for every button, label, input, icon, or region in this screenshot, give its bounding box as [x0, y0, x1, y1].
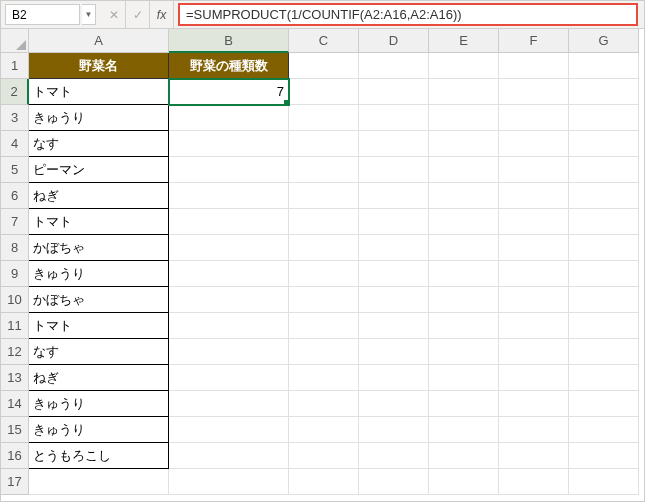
cell[interactable]	[569, 79, 639, 105]
cell[interactable]: きゅうり	[29, 105, 169, 131]
cell[interactable]	[429, 157, 499, 183]
cell[interactable]	[569, 391, 639, 417]
row-header[interactable]: 10	[1, 287, 29, 313]
col-header-b[interactable]: B	[169, 29, 289, 53]
cell[interactable]	[289, 339, 359, 365]
select-all-corner[interactable]	[1, 29, 29, 53]
cell[interactable]	[429, 339, 499, 365]
cell[interactable]	[289, 131, 359, 157]
cell[interactable]	[359, 339, 429, 365]
cell[interactable]	[429, 417, 499, 443]
col-header-f[interactable]: F	[499, 29, 569, 53]
cell[interactable]	[289, 443, 359, 469]
cell[interactable]	[169, 209, 289, 235]
row-header[interactable]: 15	[1, 417, 29, 443]
row-header[interactable]: 6	[1, 183, 29, 209]
cell[interactable]	[359, 183, 429, 209]
cell[interactable]	[499, 339, 569, 365]
header-cell-a[interactable]: 野菜名	[29, 53, 169, 79]
cell[interactable]	[359, 365, 429, 391]
cell[interactable]	[289, 261, 359, 287]
cell[interactable]	[289, 313, 359, 339]
cell[interactable]	[499, 469, 569, 495]
row-header[interactable]: 13	[1, 365, 29, 391]
cell[interactable]: とうもろこし	[29, 443, 169, 469]
cell[interactable]	[359, 235, 429, 261]
cell[interactable]	[169, 287, 289, 313]
cell[interactable]	[359, 443, 429, 469]
cell[interactable]	[429, 79, 499, 105]
row-header[interactable]: 12	[1, 339, 29, 365]
cell[interactable]: かぼちゃ	[29, 287, 169, 313]
cell[interactable]	[429, 365, 499, 391]
cell[interactable]	[429, 209, 499, 235]
cell[interactable]	[169, 443, 289, 469]
cell[interactable]	[499, 365, 569, 391]
cell[interactable]	[169, 391, 289, 417]
row-header[interactable]: 4	[1, 131, 29, 157]
cell[interactable]	[499, 157, 569, 183]
cell[interactable]	[359, 313, 429, 339]
cell[interactable]: かぼちゃ	[29, 235, 169, 261]
cell[interactable]	[359, 157, 429, 183]
cell[interactable]	[359, 79, 429, 105]
cell[interactable]	[169, 469, 289, 495]
cell[interactable]	[429, 235, 499, 261]
row-header[interactable]: 1	[1, 53, 29, 79]
col-header-e[interactable]: E	[429, 29, 499, 53]
cell[interactable]	[429, 287, 499, 313]
cell[interactable]	[289, 391, 359, 417]
cell[interactable]: トマト	[29, 79, 169, 105]
cell[interactable]	[499, 443, 569, 469]
row-header[interactable]: 5	[1, 157, 29, 183]
row-header[interactable]: 16	[1, 443, 29, 469]
cell[interactable]	[499, 79, 569, 105]
cell[interactable]	[289, 209, 359, 235]
cell[interactable]	[569, 209, 639, 235]
cell[interactable]	[429, 391, 499, 417]
cell[interactable]	[429, 443, 499, 469]
row-header[interactable]: 14	[1, 391, 29, 417]
row-header[interactable]: 7	[1, 209, 29, 235]
cell[interactable]	[289, 53, 359, 79]
cell[interactable]	[429, 261, 499, 287]
cell[interactable]	[169, 261, 289, 287]
fx-icon[interactable]: fx	[150, 1, 174, 28]
cell[interactable]	[569, 287, 639, 313]
cell[interactable]	[359, 261, 429, 287]
cell[interactable]	[169, 131, 289, 157]
cell[interactable]	[499, 105, 569, 131]
cell[interactable]	[169, 105, 289, 131]
cell[interactable]	[169, 235, 289, 261]
cell[interactable]	[289, 469, 359, 495]
cell[interactable]	[569, 53, 639, 79]
cell[interactable]	[569, 105, 639, 131]
cell[interactable]	[289, 417, 359, 443]
formula-input[interactable]: =SUMPRODUCT(1/COUNTIF(A2:A16,A2:A16))	[178, 3, 638, 26]
cell[interactable]	[359, 391, 429, 417]
cell[interactable]	[169, 183, 289, 209]
row-header[interactable]: 3	[1, 105, 29, 131]
cell[interactable]	[289, 157, 359, 183]
cell[interactable]	[289, 183, 359, 209]
header-cell-b[interactable]: 野菜の種類数	[169, 53, 289, 79]
row-header[interactable]: 11	[1, 313, 29, 339]
cell[interactable]	[289, 365, 359, 391]
cell[interactable]	[289, 287, 359, 313]
cell[interactable]	[569, 417, 639, 443]
cell[interactable]	[29, 469, 169, 495]
cell[interactable]	[359, 417, 429, 443]
cell[interactable]	[359, 105, 429, 131]
cell[interactable]	[359, 287, 429, 313]
cell[interactable]	[569, 183, 639, 209]
cell[interactable]	[429, 131, 499, 157]
name-box[interactable]: B2	[5, 4, 80, 25]
formula-confirm-icon[interactable]: ✓	[126, 1, 150, 28]
formula-cancel-icon[interactable]: ✕	[102, 1, 126, 28]
cell[interactable]	[169, 339, 289, 365]
cell[interactable]	[499, 313, 569, 339]
col-header-c[interactable]: C	[289, 29, 359, 53]
cell[interactable]	[569, 131, 639, 157]
cell[interactable]	[169, 417, 289, 443]
cell[interactable]	[569, 261, 639, 287]
